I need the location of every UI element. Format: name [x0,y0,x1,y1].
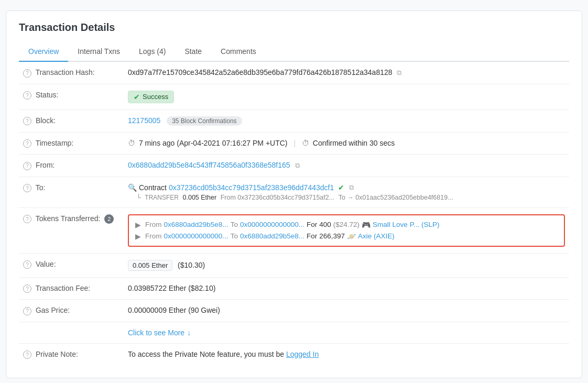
tab-internal-txns[interactable]: Internal Txns [68,42,129,62]
to-label: To: [36,183,46,192]
value-row: ? Value: 0.005 Ether ($10.30) [19,253,569,277]
tx-fee-label: Transaction Fee: [36,284,91,292]
private-note-help-icon[interactable]: ? [23,351,31,359]
from-label: From: [36,161,55,169]
status-row: ? Status: ✔ Success [19,84,569,110]
block-confirmations-badge: 35 Block Confirmations [167,116,242,126]
from-label-cell: ? From: [19,155,124,177]
tokens-count-badge: 2 [104,214,114,224]
click-more-button[interactable]: Click to see More ↓ [128,329,191,337]
value-usd: ($10.30) [178,261,205,269]
value-help-icon[interactable]: ? [23,260,31,269]
timestamp-label-cell: ? Timestamp: [19,132,124,155]
token1-from-link[interactable]: 0x6880add29b5e8... [164,221,228,228]
from-address-link[interactable]: 0x6880add29b5e84c543ff745856a0f3368e58f1… [128,161,290,169]
value-label-cell: ? Value: [19,253,124,277]
token2-name-link[interactable]: Axie (AXIE) [358,232,395,240]
tx-fee-label-cell: ? Transaction Fee: [19,277,124,300]
tab-state[interactable]: State [175,42,211,62]
private-note-label-cell: ? Private Note: [19,343,124,365]
to-value-cell: 🔍 Contract 0x37236cd05b34cc79d3715af2383… [124,177,569,207]
tab-comments[interactable]: Comments [211,42,266,62]
click-more-label-cell [19,322,124,343]
to-help-icon[interactable]: ? [23,184,31,192]
gas-price-row: ? Gas Price: 0.00000009 Ether (90 Gwei) [19,300,569,322]
transfer-amount: 0.005 Ether [183,194,217,201]
tx-fee-value-cell: 0.03985722 Ether ($82.10) [124,277,569,300]
value-value-cell: 0.005 Ether ($10.30) [124,253,569,277]
clock-icon: ⏱ [128,139,135,147]
contract-address-link[interactable]: 0x37236cd05b34cc79d3715af2383e96dd7443dc… [169,183,334,192]
contract-row: 🔍 Contract 0x37236cd05b34cc79d3715af2383… [128,183,565,192]
tokens-label: Tokens Transferred: [36,214,101,223]
value-ether-badge: 0.005 Ether [128,260,172,271]
block-row: ? Block: 12175005 35 Block Confirmations [19,110,569,132]
tx-fee-value: 0.03985722 Ether ($82.10) [128,284,215,292]
from-copy-icon[interactable]: ⧉ [295,161,300,170]
tokens-value-cell: ▶ From 0x6880add29b5e8... To 0x000000000… [124,207,569,253]
private-note-value-cell: To access the Private Note feature, you … [124,343,569,365]
from-value-cell: 0x6880add29b5e84c543ff745856a0f3368e58f1… [124,155,569,177]
block-label: Block: [36,116,56,125]
tx-hash-row: ? Transaction Hash: 0xd97a7f7e15709ce345… [19,62,569,84]
timestamp-label: Timestamp: [36,139,74,147]
token-transfer-row-1: ▶ From 0x6880add29b5e8... To 0x000000000… [135,221,558,229]
timestamp-text: 7 mins ago (Apr-04-2021 07:16:27 PM +UTC… [139,139,288,147]
token1-from-label: From [145,221,162,228]
tokens-box: ▶ From 0x6880add29b5e8... To 0x000000000… [128,214,565,247]
transfer-to-text: To → 0x01aac5236ad205ebbe4f6819... [339,194,453,201]
details-table: ? Transaction Hash: 0xd97a7f7e15709ce345… [19,62,569,365]
tokens-row: ? Tokens Transferred: 2 ▶ From 0x6880add… [19,207,569,253]
status-label-cell: ? Status: [19,84,124,110]
token1-to-label: To [231,221,238,228]
gas-price-value-cell: 0.00000009 Ether (90 Gwei) [124,300,569,322]
token2-from-link[interactable]: 0x0000000000000... [164,232,228,240]
from-help-icon[interactable]: ? [23,162,31,170]
contract-label: Contract [139,183,167,192]
tokens-help-icon[interactable]: ? [23,215,31,223]
token2-to-label: To [231,232,238,240]
token1-name-link[interactable]: Small Love P... (SLP) [373,221,439,228]
confirm-clock-icon: ⏱ [302,139,309,147]
token1-amount: 400 [319,221,331,228]
tx-fee-help-icon[interactable]: ? [23,284,31,293]
contract-copy-icon[interactable]: ⧉ [349,183,354,192]
token1-to-link[interactable]: 0x0000000000000... [240,221,304,228]
timestamp-help-icon[interactable]: ? [23,139,31,148]
confirmed-text: Confirmed within 30 secs [313,139,395,147]
status-label: Status: [36,91,59,99]
tab-bar: Overview Internal Txns Logs (4) State Co… [19,42,569,62]
gas-price-help-icon[interactable]: ? [23,307,31,315]
transfer-label: TRANSFER [145,194,179,201]
token2-to-link[interactable]: 0x6880add29b5e8... [240,232,304,240]
status-value-cell: ✔ Success [124,84,569,110]
transfer-corner-icon: └ [136,194,141,201]
tx-hash-copy-icon[interactable]: ⧉ [397,69,401,77]
timestamp-value-cell: ⏱ 7 mins ago (Apr-04-2021 07:16:27 PM +U… [124,132,569,155]
page-title: Transaction Details [19,21,569,34]
tx-hash-value-cell: 0xd97a7f7e15709ce345842a52a6e8db395e6ba7… [124,62,569,84]
status-badge: ✔ Success [128,91,174,103]
tokens-label-cell: ? Tokens Transferred: 2 [19,207,124,253]
block-number-link[interactable]: 12175005 [128,116,160,125]
token1-arrow-icon: ▶ [135,221,141,229]
value-label: Value: [36,260,56,268]
block-help-icon[interactable]: ? [23,117,31,125]
search-icon: 🔍 [128,183,137,192]
tx-fee-row: ? Transaction Fee: 0.03985722 Ether ($82… [19,277,569,300]
token2-from-label: From [145,232,162,240]
tab-overview[interactable]: Overview [19,42,68,62]
token2-amount: 266,397 [319,232,345,240]
gas-price-label-cell: ? Gas Price: [19,300,124,322]
transfer-row: └ TRANSFER 0.005 Ether From 0x37236cd05b… [128,194,565,201]
logged-in-link[interactable]: Logged In [286,350,319,358]
tx-hash-label-cell: ? Transaction Hash: [19,62,124,84]
success-check-icon: ✔ [134,93,140,101]
tx-hash-help-icon[interactable]: ? [23,69,31,78]
token1-icon: 🎮 [362,221,371,229]
status-help-icon[interactable]: ? [23,91,31,100]
token-transfer-row-2: ▶ From 0x0000000000000... To 0x6880add29… [135,232,558,240]
token2-for-label: For [307,232,317,240]
private-note-label: Private Note: [36,350,78,358]
tab-logs[interactable]: Logs (4) [129,42,175,62]
